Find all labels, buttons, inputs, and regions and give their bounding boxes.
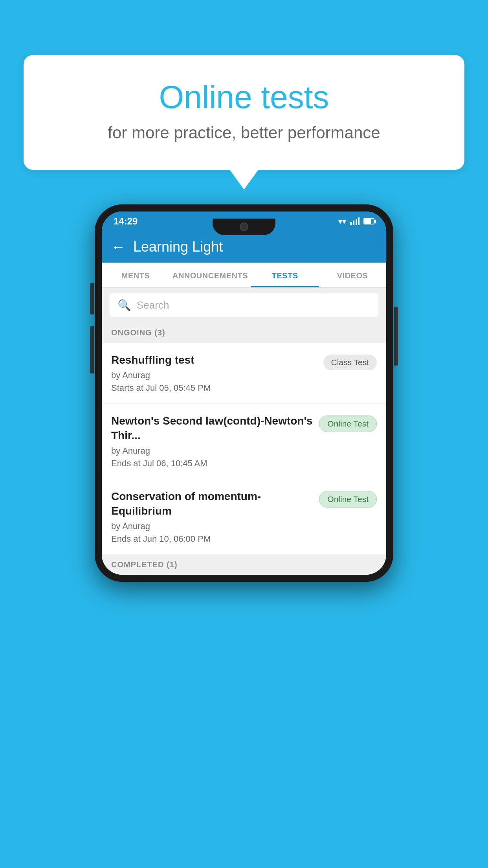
test-info-1: Reshuffling test by Anurag Starts at Jul… [111, 353, 323, 393]
app-header: ← Learning Light [102, 231, 386, 263]
tab-ments[interactable]: MENTS [102, 263, 169, 287]
phone-body: 14:29 ▾▾ [95, 204, 393, 582]
wifi-icon: ▾▾ [338, 217, 346, 226]
test-badge-1: Class Test [323, 355, 377, 370]
test-item-2[interactable]: Newton's Second law(contd)-Newton's Thir… [102, 404, 386, 479]
signal-bar-3 [356, 219, 357, 225]
test-info-2: Newton's Second law(contd)-Newton's Thir… [111, 414, 319, 469]
test-badge-2: Online Test [319, 416, 377, 432]
search-container: 🔍 Search [102, 288, 386, 323]
test-name-3: Conservation of momentum-Equilibrium [111, 489, 313, 518]
section-ongoing-header: ONGOING (3) [102, 323, 386, 343]
tab-videos[interactable]: VIDEOS [319, 263, 386, 287]
search-placeholder: Search [137, 299, 169, 311]
test-name-1: Reshuffling test [111, 353, 317, 367]
app-header-title: Learning Light [133, 239, 223, 255]
test-author-2: by Anurag [111, 446, 313, 456]
signal-bar-4 [358, 217, 360, 225]
test-author-1: by Anurag [111, 370, 317, 381]
search-icon: 🔍 [117, 299, 131, 312]
battery-icon [363, 218, 374, 224]
test-date-3: Ends at Jun 10, 06:00 PM [111, 534, 313, 544]
speech-bubble-container: Online tests for more practice, better p… [24, 55, 464, 170]
speech-bubble: Online tests for more practice, better p… [24, 55, 464, 170]
bubble-title: Online tests [55, 79, 433, 116]
tabs-container: MENTS ANNOUNCEMENTS TESTS VIDEOS [102, 263, 386, 288]
section-completed-header: COMPLETED (1) [102, 555, 386, 575]
test-date-2: Ends at Jul 06, 10:45 AM [111, 458, 313, 469]
status-time: 14:29 [114, 216, 138, 227]
test-item-3[interactable]: Conservation of momentum-Equilibrium by … [102, 479, 386, 555]
test-author-3: by Anurag [111, 521, 313, 531]
signal-bar-2 [353, 221, 354, 225]
signal-icon [350, 217, 360, 225]
phone-mockup: 14:29 ▾▾ [95, 204, 393, 582]
signal-bar-1 [350, 222, 352, 225]
tests-list: Reshuffling test by Anurag Starts at Jul… [102, 343, 386, 555]
test-badge-3: Online Test [319, 491, 377, 508]
test-date-1: Starts at Jul 05, 05:45 PM [111, 383, 317, 393]
phone-camera [240, 223, 248, 231]
phone-button-left [90, 283, 94, 314]
bubble-subtitle: for more practice, better performance [55, 123, 433, 142]
search-bar[interactable]: 🔍 Search [110, 293, 378, 317]
phone-notch [213, 219, 275, 235]
test-name-2: Newton's Second law(contd)-Newton's Thir… [111, 414, 313, 443]
test-item-1[interactable]: Reshuffling test by Anurag Starts at Jul… [102, 343, 386, 404]
tab-announcements[interactable]: ANNOUNCEMENTS [169, 263, 251, 287]
phone-button-left2 [90, 326, 94, 373]
phone-button-right [394, 307, 398, 366]
back-button[interactable]: ← [111, 239, 125, 255]
phone-screen: 14:29 ▾▾ [102, 211, 386, 575]
battery-fill [364, 219, 371, 224]
tab-tests[interactable]: TESTS [251, 263, 319, 287]
test-info-3: Conservation of momentum-Equilibrium by … [111, 489, 319, 544]
status-icons: ▾▾ [338, 217, 374, 226]
